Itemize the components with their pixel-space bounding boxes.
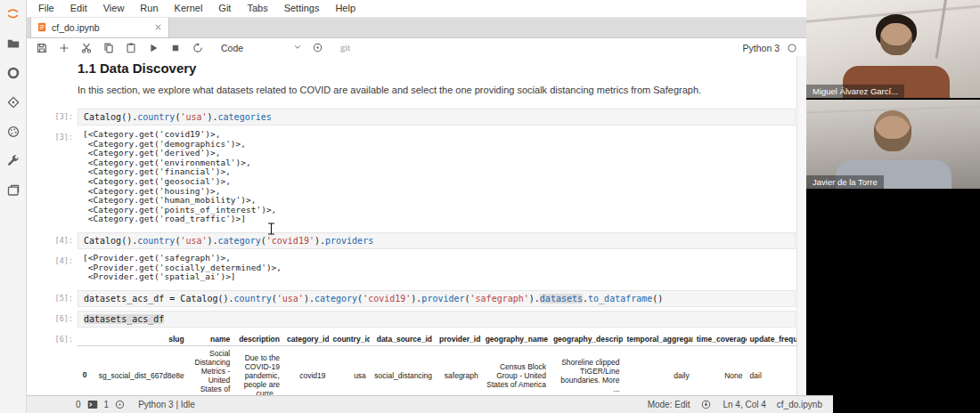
output-prompt: [3]: xyxy=(27,129,78,225)
cell-output: [3]:[<Category.get('covid19')>, <Categor… xyxy=(27,129,796,225)
markdown-heading: 1.1 Data Discovery xyxy=(78,61,796,76)
cell-output: [6]:slugnamedescriptioncategory_idcountr… xyxy=(27,331,796,395)
table-cell: Census Block Group - United States of Am… xyxy=(482,345,550,395)
files-icon[interactable] xyxy=(0,29,26,59)
column-header: data_source_id xyxy=(370,333,436,346)
vertical-scrollbar[interactable] xyxy=(796,56,806,395)
text-cursor-pointer xyxy=(267,223,275,235)
mode-indicator[interactable]: Mode: Edit xyxy=(648,400,690,409)
column-header: country_id xyxy=(329,333,369,346)
code-cell-2[interactable]: [4]:Catalog().country('usa').category('c… xyxy=(27,232,796,249)
participant-1-face xyxy=(880,23,912,55)
kernel-status-text[interactable]: Python 3 | Idle xyxy=(138,400,195,409)
output-text: [<Provider.get('safegraph')>, <Provider.… xyxy=(78,253,287,283)
table-cell: None xyxy=(693,345,747,395)
menu-item-tabs[interactable]: Tabs xyxy=(239,0,275,17)
cell-type-dropdown[interactable]: Code xyxy=(221,42,303,54)
save-icon[interactable] xyxy=(36,42,48,54)
input-prompt: [6]: xyxy=(27,311,78,328)
command-palette-icon[interactable] xyxy=(0,117,26,147)
markdown-paragraph: In this section, we explore what dataset… xyxy=(78,85,796,95)
cell-editor[interactable]: Catalog().country('usa').category('covid… xyxy=(78,232,796,249)
participant-2-name-label: Javier de la Torre xyxy=(806,175,884,189)
table-cell: Due to the COVID-19 pandemic, people are… xyxy=(233,345,283,395)
table-cell: daily xyxy=(623,345,692,395)
code-cell-3[interactable]: [5]:datasets_acs_df = Catalog().country(… xyxy=(27,290,796,307)
participant-1-name-label: Miguel Álvarez Garcí... xyxy=(806,85,904,98)
terminal-icon[interactable] xyxy=(86,399,99,410)
input-prompt: [3]: xyxy=(27,109,78,126)
column-header: temporal_aggregation xyxy=(623,333,692,346)
property-inspector-icon[interactable] xyxy=(0,147,26,176)
cell-editor[interactable]: datasets_acs_df xyxy=(78,311,796,328)
menu-item-file[interactable]: File xyxy=(30,0,62,17)
cut-cells-icon[interactable] xyxy=(80,42,93,54)
dataframe-table: slugnamedescriptioncategory_idcountry_id… xyxy=(78,333,796,395)
table-cell: usa xyxy=(329,345,369,395)
tab-label: cf_do.ipynb xyxy=(52,22,153,33)
menu-item-git[interactable]: Git xyxy=(210,0,239,17)
table-cell: safegraph xyxy=(436,345,482,395)
menu-item-settings[interactable]: Settings xyxy=(276,0,328,17)
output-prompt: [6]: xyxy=(27,331,78,395)
column-header: name xyxy=(188,333,234,346)
video-call-panel: Miguel Álvarez Garcí... Javier de la Tor… xyxy=(806,0,980,413)
tab-cf-do-ipynb[interactable]: cf_do.ipynb xyxy=(30,18,169,37)
cell-type-value: Code xyxy=(221,43,243,53)
kernel-name[interactable]: Python 3 xyxy=(743,43,780,53)
copy-cells-icon[interactable] xyxy=(102,42,115,54)
table-cell: social_distancing xyxy=(370,345,436,395)
menu-item-kernel[interactable]: Kernel xyxy=(167,0,211,17)
paste-cells-icon[interactable] xyxy=(125,42,137,54)
running-kernels-icon[interactable] xyxy=(0,59,26,88)
column-header: time_coverage xyxy=(693,333,747,346)
column-header: update_frequenc xyxy=(747,333,796,346)
cell-editor[interactable]: Catalog().country('usa').categories xyxy=(78,109,796,126)
participant-video-1[interactable]: Miguel Álvarez Garcí... xyxy=(806,0,980,98)
jupyterlab-main: FileEditViewRunKernelGitTabsSettingsHelp… xyxy=(27,0,806,413)
column-header: provider_id xyxy=(436,333,482,346)
code-cell-1[interactable]: [3]:Catalog().country('usa').categories xyxy=(27,109,796,126)
table-cell: sg_social_dist_667d8e8e xyxy=(90,345,187,395)
interrupt-kernel-icon[interactable] xyxy=(169,42,182,54)
open-tabs-icon[interactable] xyxy=(0,176,26,206)
column-header xyxy=(78,333,90,346)
terminal-count[interactable]: 0 xyxy=(76,400,81,409)
status-file-name: cf_do.ipynb xyxy=(777,400,822,409)
table-cell: dail xyxy=(747,345,796,395)
output-text: [<Category.get('covid19')>, <Category.ge… xyxy=(78,129,282,225)
chevron-down-icon xyxy=(292,42,303,54)
participant-video-2[interactable]: Javier de la Torre xyxy=(806,100,980,189)
kernel-sessions-icon[interactable] xyxy=(114,399,126,410)
notification-icon[interactable] xyxy=(700,399,712,410)
git-icon[interactable] xyxy=(0,88,26,117)
menu-item-run[interactable]: Run xyxy=(132,0,166,17)
column-header: description xyxy=(233,333,283,346)
restart-kernel-icon[interactable] xyxy=(192,42,204,54)
table-cell: Social Distancing Metrics - United State… xyxy=(188,345,234,395)
close-icon[interactable] xyxy=(153,22,163,34)
add-cell-icon[interactable] xyxy=(58,42,70,54)
menu-bar: FileEditViewRunKernelGitTabsSettingsHelp xyxy=(27,0,806,18)
input-prompt: [4]: xyxy=(27,232,78,249)
column-header: geography_description xyxy=(550,333,623,346)
kernel-count[interactable]: 1 xyxy=(104,400,110,409)
cell-editor[interactable]: datasets_acs_df = Catalog().country('usa… xyxy=(78,290,796,307)
code-cell-4[interactable]: [6]:datasets_acs_df xyxy=(27,311,796,328)
run-cell-icon[interactable] xyxy=(147,42,159,54)
git-toolbar-icon[interactable] xyxy=(312,42,323,53)
kernel-status-icon xyxy=(787,43,797,53)
tab-bar: cf_do.ipynb xyxy=(27,18,806,38)
participant-2-face xyxy=(874,110,911,151)
status-bar: 0 1 Python 3 | Idle Mode: Edit Ln 4, Col… xyxy=(27,395,833,413)
notebook-toolbar: Code git Python 3 xyxy=(27,38,806,58)
row-index: 0 xyxy=(78,345,90,395)
output-prompt: [4]: xyxy=(27,253,78,283)
menu-item-edit[interactable]: Edit xyxy=(62,0,95,17)
left-sidebar xyxy=(0,0,27,413)
menu-item-help[interactable]: Help xyxy=(327,0,363,17)
menu-item-view[interactable]: View xyxy=(95,0,133,17)
notebook-icon xyxy=(37,21,47,35)
cursor-position[interactable]: Ln 4, Col 4 xyxy=(723,400,765,409)
column-header: slug xyxy=(90,333,187,346)
